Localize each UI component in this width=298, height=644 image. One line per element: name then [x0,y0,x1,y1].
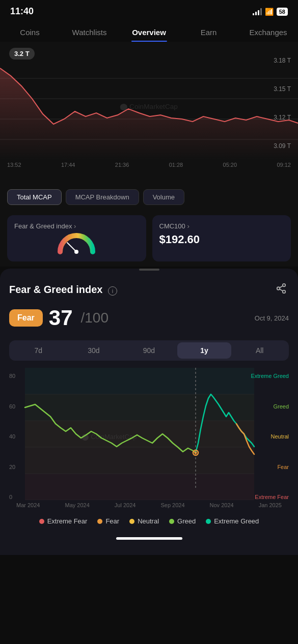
top-chart-area: 3.2 T 3.18 T 3.15 T 3.12 T 3.09 T ⬤ Coin… [0,42,298,184]
card-cmc100[interactable]: CMC100 › $192.60 [152,215,291,261]
svg-point-6 [74,250,78,254]
card-fear-greed-gauge [14,234,139,254]
btn-volume[interactable]: Volume [143,189,184,205]
x-label-3: 01:28 [169,162,183,168]
x-label-0: 13:52 [7,162,21,168]
fg-x-may: May 2024 [65,502,90,508]
svg-rect-15 [25,447,254,474]
status-time: 11:40 [10,6,34,17]
wifi-icon: 📶 [265,8,274,16]
gauge-svg [56,231,97,254]
score-number: 37 [49,306,73,330]
x-label-1: 17:44 [61,162,75,168]
tab-exchanges[interactable]: Exchanges [238,23,298,42]
score-row: Fear 37 /100 Oct 9, 2024 [0,304,298,333]
legend-dot-neutral [129,519,134,524]
fg-x-nov: Nov 2024 [210,502,234,508]
tab-watchlists[interactable]: Watchlists [60,23,119,42]
y-label-3: 3.12 T [274,114,291,121]
score-date: Oct 9, 2024 [255,314,289,322]
legend-label-neutral: Neutral [138,517,159,525]
legend-dot-fear [97,519,102,524]
legend-neutral: Neutral [129,517,159,525]
y-label-1: 3.18 T [274,57,291,64]
svg-text:⬤ CoinMarketCap: ⬤ CoinMarketCap [120,103,178,111]
tab-coins[interactable]: Coins [0,23,60,42]
fg-legend: Extreme Fear Fear Neutral Greed Extreme … [0,510,298,530]
legend-dot-greed [169,519,174,524]
legend-extreme-fear: Extreme Fear [39,517,88,525]
svg-line-11 [280,286,283,288]
legend-fear: Fear [97,517,119,525]
svg-rect-16 [25,474,254,500]
card-cmc100-label: CMC100 › [159,222,284,230]
score-max: /100 [81,310,109,326]
legend-label-extreme-fear: Extreme Fear [47,517,88,525]
fg-x-labels: Mar 2024 May 2024 Jul 2024 Sep 2024 Nov … [7,500,291,508]
svg-point-25 [195,452,197,454]
fg-x-mar: Mar 2024 [16,502,40,508]
legend-label-extreme-greed: Extreme Greed [214,517,259,525]
cards-row: Fear & Greed index › [0,210,298,267]
sheet-header: Fear & Greed index i [0,279,298,304]
card-cmc100-value: $192.60 [159,233,284,246]
y-label-2: 3.15 T [274,85,291,93]
nav-tabs: Coins Watchlists Overview Earn Exchanges [0,21,298,42]
sheet-title-group: Fear & Greed index i [9,284,117,296]
time-tabs: 7d 30d 90d 1y All [9,340,289,361]
card-cmc100-arrow: › [187,222,189,230]
signal-icon [253,8,262,15]
btn-mcap-breakdown[interactable]: MCAP Breakdown [66,189,139,205]
fear-badge: Fear [9,309,43,327]
svg-rect-12 [25,368,254,394]
time-tab-all[interactable]: All [232,342,287,359]
battery-indicator: 58 [277,8,288,16]
fg-x-jan: Jan 2025 [259,502,282,508]
svg-line-10 [280,289,283,291]
share-icon [276,283,287,294]
fg-chart-svg: ⬤ CoinMarketCap [7,368,291,500]
time-tab-7d[interactable]: 7d [11,342,66,359]
home-indicator [116,537,182,540]
card-fear-greed-arrow: › [74,222,76,230]
sheet-title: Fear & Greed index [9,284,102,295]
legend-greed: Greed [169,517,196,525]
sheet-handle [139,269,159,271]
share-button[interactable] [274,281,289,299]
fg-chart-container: 80 60 40 20 0 Extreme Greed Greed Neutra… [0,368,298,510]
chart-x-labels: 13:52 17:44 21:36 01:28 05:20 09:12 [0,160,298,173]
mcap-chart-svg: ⬤ CoinMarketCap [0,58,298,160]
legend-extreme-greed: Extreme Greed [206,517,259,525]
status-icons: 📶 58 [253,8,288,16]
bottom-sheet: Fear & Greed index i Fear 37 /100 Oct 9,… [0,269,298,555]
legend-label-greed: Greed [177,517,196,525]
x-label-5: 09:12 [277,162,291,168]
btn-total-mcap[interactable]: Total MCAP [7,189,62,205]
tab-overview[interactable]: Overview [119,23,179,42]
chart-current-value: 3.2 T [9,48,35,60]
info-icon[interactable]: i [108,286,117,296]
x-label-2: 21:36 [115,162,129,168]
chart-y-labels: 3.18 T 3.15 T 3.12 T 3.09 T [274,57,291,150]
svg-rect-14 [25,421,254,447]
chart-type-buttons: Total MCAP MCAP Breakdown Volume [0,184,298,210]
card-fear-greed-label: Fear & Greed index › [14,222,139,230]
time-tab-90d[interactable]: 90d [122,342,176,359]
card-fear-greed[interactable]: Fear & Greed index › [7,215,146,261]
legend-label-fear: Fear [105,517,119,525]
legend-dot-extreme-greed [206,519,211,524]
fg-x-jul: Jul 2024 [115,502,136,508]
fg-x-sep: Sep 2024 [160,502,184,508]
time-tab-1y[interactable]: 1y [177,342,232,359]
y-label-4: 3.09 T [274,142,291,150]
legend-dot-extreme-fear [39,519,44,524]
status-bar: 11:40 📶 58 [0,0,298,21]
tab-earn[interactable]: Earn [179,23,238,42]
time-tab-30d[interactable]: 30d [67,342,121,359]
x-label-4: 05:20 [223,162,237,168]
